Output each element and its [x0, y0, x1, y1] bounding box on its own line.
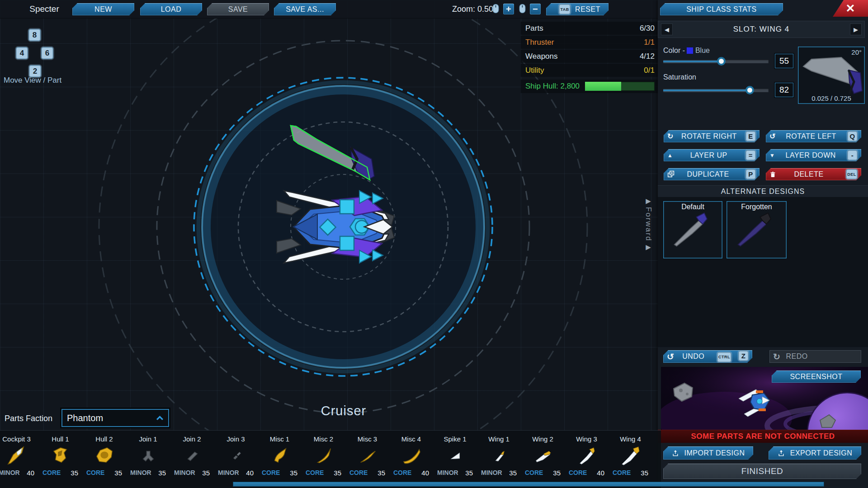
layer-down-button[interactable]: ▼ LAYER DOWN- — [766, 149, 861, 161]
export-design-button[interactable]: EXPORT DESIGN — [769, 446, 861, 460]
color-slider-knob[interactable] — [717, 57, 726, 66]
part-type-label: CORE — [86, 469, 104, 477]
parts-warning-banner: SOME PARTS ARE NOT CONNECTED — [658, 430, 868, 443]
zoom-in-button[interactable]: + — [503, 4, 514, 14]
import-design-button[interactable]: IMPORT DESIGN — [663, 446, 753, 460]
stat-value: 0/1 — [644, 66, 655, 75]
part-tile[interactable]: Join 2 MINOR 35 — [170, 432, 214, 479]
move-left-key: 4 — [16, 47, 28, 59]
forward-arrow-icon: ▶ — [646, 197, 651, 205]
part-cost: 35 — [71, 469, 78, 477]
parts-bar: Cockpit 3 MINOR 40 Hull 1 CORE 35 Hull 2… — [0, 430, 661, 488]
layer-down-keycap: - — [847, 150, 858, 160]
part-preview-box: 20° 0.025 / 0.725 — [798, 47, 865, 104]
part-tile[interactable]: Misc 3 CORE 35 — [345, 432, 389, 479]
ship-class-stats-button[interactable]: SHIP CLASS STATS — [660, 3, 783, 15]
rotate-left-button[interactable]: ↺ ROTATE LEFTQ — [766, 130, 861, 142]
stat-label: Parts — [525, 24, 543, 33]
part-type-label: MINOR — [0, 469, 20, 477]
delete-button[interactable]: DELETE DEL — [766, 168, 861, 180]
design-card-forgotten[interactable]: Forgotten — [726, 201, 787, 258]
parts-faction-label: Parts Faction — [5, 414, 52, 423]
part-tile[interactable]: Misc 4 CORE 40 — [389, 432, 433, 479]
saturation-slider[interactable] — [663, 89, 769, 92]
load-button[interactable]: LOAD — [140, 3, 202, 15]
saturation-value-box[interactable]: 82 — [775, 83, 793, 97]
part-name: Misc 4 — [389, 435, 433, 443]
part-tile[interactable]: Wing 1 MINOR 35 — [477, 432, 521, 479]
forward-arrow-icon: ▶ — [646, 243, 651, 251]
stat-row: Utility 0/1 — [521, 64, 659, 77]
zoom-out-button[interactable]: − — [530, 4, 541, 14]
new-button[interactable]: NEW — [72, 3, 134, 15]
rotate-cw-icon: ↻ — [667, 132, 674, 141]
move-keys-label: Move View / Part — [4, 76, 61, 85]
part-cost: 35 — [158, 469, 166, 477]
part-tile[interactable]: Spike 1 MINOR 35 — [433, 432, 477, 479]
rotate-left-keycap: Q — [847, 131, 858, 141]
parts-faction-dropdown[interactable]: Phantom — [61, 409, 169, 427]
duplicate-button[interactable]: DUPLICATE P — [664, 168, 760, 180]
part-tile[interactable]: Cockpit 3 MINOR 40 — [0, 432, 38, 479]
redo-icon: ↻ — [773, 352, 780, 362]
part-tile[interactable]: Wing 2 CORE 35 — [521, 432, 565, 479]
design-card-default[interactable]: Default — [663, 201, 722, 258]
alternate-designs-header: ALTERNATE DESIGNS — [658, 185, 868, 197]
part-cost: 35 — [377, 469, 385, 477]
part-name: Wing 4 — [609, 435, 652, 443]
color-slider[interactable] — [663, 60, 769, 63]
parts-list: Cockpit 3 MINOR 40 Hull 1 CORE 35 Hull 2… — [0, 432, 652, 479]
finished-button[interactable]: FINISHED — [663, 464, 861, 479]
ship-hull-row: Ship Hull: 2,800 — [521, 80, 659, 93]
redo-button[interactable]: ↻ REDO — [769, 350, 861, 363]
part-tile[interactable]: Hull 1 CORE 35 — [38, 432, 82, 479]
part-tile[interactable]: Hull 2 CORE 35 — [82, 432, 126, 479]
chevron-up-icon — [156, 416, 164, 421]
chevron-right-icon: ▶ — [854, 26, 858, 33]
part-tile[interactable]: Join 1 MINOR 35 — [126, 432, 170, 479]
undo-button[interactable]: ↺ UNDO CTRL Z — [663, 350, 752, 363]
import-icon — [672, 450, 679, 457]
part-tile[interactable]: Join 3 MINOR 40 — [214, 432, 258, 479]
triangle-down-icon: ▼ — [769, 152, 775, 159]
part-tile[interactable]: Misc 1 CORE 35 — [258, 432, 302, 479]
part-tile[interactable]: Wing 3 CORE 40 — [565, 432, 609, 479]
part-tile[interactable]: Wing 4 CORE 35 — [609, 432, 652, 479]
part-type-label: CORE — [42, 469, 61, 477]
part-name: Wing 1 — [477, 435, 521, 443]
z-keycap: Z — [738, 351, 749, 361]
slot-selector: ◀ SLOT: WING 4 ▶ — [658, 21, 865, 38]
part-cost: 35 — [553, 469, 561, 477]
color-slider-fill — [663, 61, 721, 62]
stat-label: Utility — [525, 66, 544, 75]
slot-prev-button[interactable]: ◀ — [661, 23, 673, 35]
save-button[interactable]: SAVE — [207, 3, 269, 15]
stat-value: 4/12 — [640, 52, 655, 61]
part-tile[interactable]: Misc 2 CORE 35 — [302, 432, 345, 479]
slot-next-button[interactable]: ▶ — [850, 23, 862, 35]
move-down-key: 2 — [29, 65, 41, 77]
trash-icon — [769, 171, 776, 178]
stat-label: Thruster — [525, 38, 554, 47]
design-default-image — [663, 208, 722, 252]
ship-name: Specter — [22, 4, 67, 14]
color-value-box[interactable]: 55 — [775, 54, 793, 68]
saturation-slider-knob[interactable] — [745, 86, 754, 94]
alternate-designs-area: Default Forgotten — [658, 197, 868, 347]
rotate-right-button[interactable]: ↻ ROTATE RIGHTE — [664, 130, 760, 142]
save-as-button[interactable]: SAVE AS... — [274, 3, 336, 15]
stat-value: 1/1 — [644, 38, 655, 47]
part-name: Join 3 — [214, 435, 258, 443]
layer-up-button[interactable]: ▲ LAYER UP= — [664, 149, 760, 161]
part-type-label: MINOR — [174, 469, 195, 477]
part-cost: 35 — [114, 469, 122, 477]
screenshot-button[interactable]: SCREENSHOT — [772, 371, 861, 383]
stat-row: Parts 6/30 — [521, 22, 659, 35]
ship-editor-window: Cruiser ▶ Forward ▶ 8 4 6 2 Move View / … — [0, 0, 868, 488]
ctrl-keycap: CTRL — [717, 352, 731, 362]
chevron-left-icon: ◀ — [665, 26, 669, 33]
part-icon — [50, 445, 71, 466]
parts-scrollbar[interactable] — [233, 482, 824, 487]
part-icon — [94, 445, 115, 466]
reset-view-button[interactable]: TAB RESET — [546, 3, 609, 15]
